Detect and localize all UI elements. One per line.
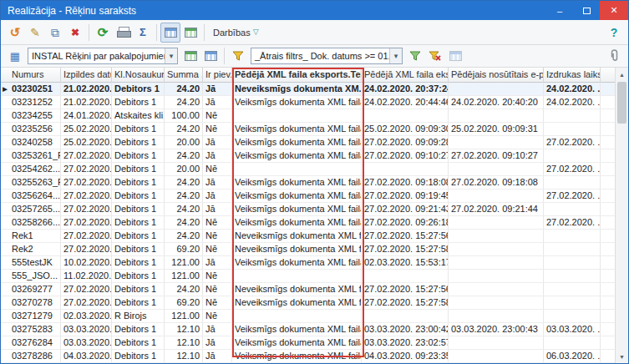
cell: Debitors 1 [112, 176, 165, 189]
report-select[interactable]: INSTAL Rēķini par pakalpojumiem ▾ [28, 48, 178, 64]
cell: Veiksmīgs dokumenta XML faila e... [232, 350, 362, 362]
cell [362, 310, 449, 322]
column-header[interactable]: Kl.Nosaukums [112, 68, 165, 83]
table-row[interactable]: 0327628403.03.2020.Debitors 112.10JāVeik… [1, 336, 615, 350]
back-button[interactable]: ↺ [5, 23, 25, 43]
attachments-button[interactable] [604, 46, 624, 66]
cell: 03255263_F [9, 176, 61, 189]
maximize-icon [583, 8, 591, 14]
cell [232, 270, 362, 282]
table-row[interactable]: 555_JSO...11.02.2020.Debitors 1121.00Nē [1, 270, 615, 283]
scroll-down-icon[interactable]: ▼ [616, 350, 628, 363]
column-header[interactable]: Izpildes datu... [61, 68, 112, 83]
copy-button[interactable]: ⧉ [45, 23, 65, 43]
filter-button[interactable] [228, 46, 248, 66]
column-header[interactable]: Pēdējā XML faila eksp... [362, 68, 449, 83]
table-row[interactable]: 03253261_F27.02.2020.Debitors 124.20JāVe… [1, 149, 615, 163]
separator [156, 24, 157, 41]
cell [362, 270, 449, 282]
cell: 27.02.2020. [61, 283, 112, 296]
table-row[interactable]: Rek127.02.2020.Debitors 124.20NēNeveiksm… [1, 230, 615, 243]
cell [449, 256, 544, 269]
cell: 24.20 [165, 283, 203, 296]
scroll-up-icon[interactable]: ▲ [616, 68, 628, 81]
table-row[interactable]: 0326927727.02.2020.Debitors 124.20NēNeve… [1, 283, 615, 296]
cell: 10.02.2020. [61, 256, 112, 269]
cell: 03269277 [9, 283, 61, 296]
cell: 03254262... [9, 163, 61, 175]
table-row[interactable]: ▶0323025121.02.2020.Debitors 124.20JāNev… [1, 83, 615, 96]
titlebar[interactable]: Realizācija - Rēķinu saraksts – ✕ [1, 1, 628, 20]
table-row[interactable]: 0327828604.03.2020.Debitors 112.10JāVeik… [1, 350, 615, 363]
table-row[interactable]: 03254262...27.02.2020.Debitors 120.00Nē2… [1, 163, 615, 176]
edit-icon: ✎ [30, 27, 40, 38]
table-row[interactable]: 0327027827.02.2020.Debitors 169.20NēNeve… [1, 296, 615, 310]
cell: 03275283 [9, 323, 61, 336]
refresh-button[interactable]: ⟳ [93, 23, 113, 43]
filter-add-button[interactable] [405, 46, 425, 66]
table-row[interactable]: 555testJK10.02.2020.Debitors 1121.00JāVe… [1, 256, 615, 270]
column-header[interactable]: Izdrukas laiks [544, 68, 601, 83]
cell: 69.20 [165, 243, 203, 255]
cell: 04.03.2020. [61, 350, 112, 362]
table-row[interactable]: 0323525625.02.2020.Debitors 124.20NēVeik… [1, 123, 615, 136]
table-row[interactable]: 0324025825.02.2020.Debitors 120.00JāVeik… [1, 136, 615, 149]
table-row[interactable]: 03255263_F27.02.2020.Debitors 124.20JāVe… [1, 176, 615, 190]
filter-clear-button[interactable] [425, 46, 445, 66]
close-button[interactable]: ✕ [600, 1, 628, 20]
column-header[interactable]: Pēdējais nosūtītais e-pas... [449, 68, 544, 83]
table-row[interactable]: 0327127902.03.2020.R Birojs121.00Nē [1, 310, 615, 323]
cell: Veiksmīgs dokumenta XML faila e... [232, 136, 362, 149]
table-row[interactable]: 03258266...27.02.2020.Debitors 124.20NēV… [1, 216, 615, 230]
actions-dropdown[interactable]: Darbības ▽ [208, 23, 264, 43]
cell: Veiksmīgs dokumenta XML faila e... [232, 216, 362, 229]
grid-view-icon [165, 28, 177, 38]
cell: Nē [203, 216, 232, 229]
maximize-button[interactable] [573, 1, 600, 20]
cell: 69.20 [165, 296, 203, 309]
cell [449, 350, 544, 362]
delete-button[interactable]: ✖ [65, 23, 85, 43]
help-button[interactable]: ? [604, 23, 624, 43]
column-header[interactable]: Numurs [9, 68, 61, 83]
invoice-grid: NumursIzpildes datu...Kl.NosaukumsSumma … [1, 68, 628, 363]
column-header[interactable]: Summa ... [165, 68, 203, 83]
cell: 27.02.2020. [61, 149, 112, 162]
cell: Neveiksmīgs dokumenta XML fail... [232, 283, 362, 296]
sum-button[interactable]: Σ [133, 23, 153, 43]
cell: 27.02.2020. 09:21:43 [362, 203, 449, 215]
cell: 27.02.2020. [61, 230, 112, 242]
filter-grid-button[interactable] [445, 46, 465, 66]
card-view-icon [185, 28, 197, 38]
edit-button[interactable]: ✎ [25, 23, 45, 43]
print-button[interactable] [113, 23, 133, 43]
table-row[interactable]: Rek227.02.2020.Debitors 169.20NēNeveiksm… [1, 243, 615, 256]
cell [449, 83, 544, 95]
minimize-button[interactable]: – [546, 1, 573, 20]
row-indicator [1, 310, 9, 322]
cell [449, 163, 544, 175]
cell [544, 310, 601, 322]
cell: Nē [203, 310, 232, 322]
table-row[interactable]: 0327528303.03.2020.Debitors 112.10JāVeik… [1, 323, 615, 336]
table-row[interactable]: 03257265...27.02.2020.Debitors 124.20JāV… [1, 203, 615, 216]
row-indicator [1, 176, 9, 189]
quick-filter-select[interactable]: _Ātrais filtrs_ Dok. datums >= 01.09 ▾ [251, 48, 403, 64]
refresh-icon: ⟳ [98, 26, 109, 38]
cell: 25.02.2020. [61, 136, 112, 149]
cell: 24.20 [165, 96, 203, 109]
view-menu-button[interactable]: ▦ [5, 46, 25, 66]
cell: Veiksmīgs dokumenta XML faila e... [232, 96, 362, 109]
report-edit-button[interactable] [180, 46, 200, 66]
table-row[interactable]: 0323125221.02.2020.Debitors 124.20JāVeik… [1, 96, 615, 109]
vertical-scrollbar[interactable]: ▲ ▼ [615, 68, 628, 363]
card-view-button[interactable] [180, 23, 200, 43]
table-row[interactable]: 03256264...27.02.2020.Debitors 124.20JāV… [1, 190, 615, 203]
report-list-button[interactable] [200, 46, 221, 66]
grid-view-button[interactable] [160, 23, 180, 43]
column-header[interactable]: Pēdējā XML faila eksports.Teksts [232, 68, 362, 83]
scroll-thumb[interactable] [617, 82, 626, 124]
cell: 27.02.2020. ... [544, 163, 601, 175]
table-row[interactable]: 0323425524.01.2020.Atskaites kli...100.0… [1, 109, 615, 123]
column-header[interactable]: Ir piev... [203, 68, 232, 83]
